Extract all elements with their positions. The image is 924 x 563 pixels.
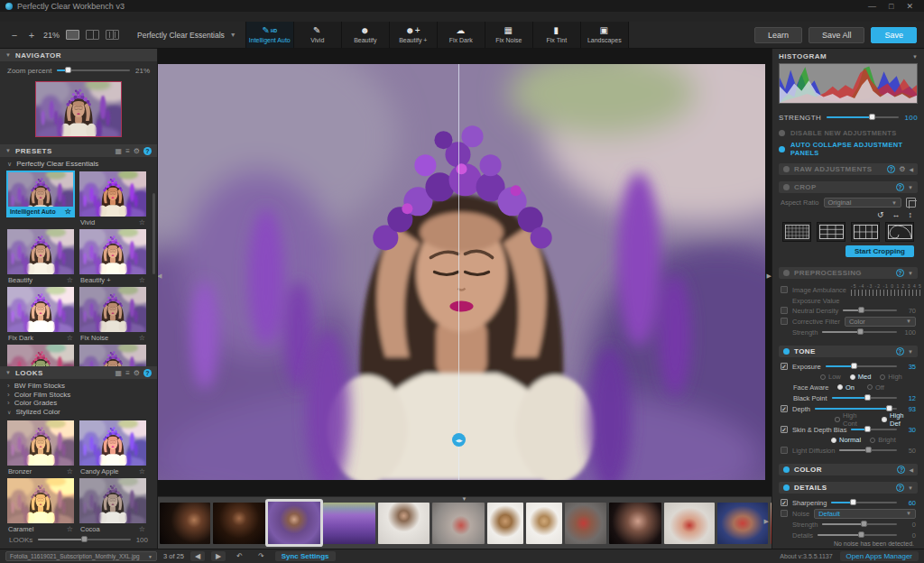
collapse-triangle-icon[interactable]: ▼: [912, 54, 918, 60]
filmstrip-thumbnail[interactable]: [609, 503, 661, 544]
filmstrip-thumbnail[interactable]: [565, 503, 606, 544]
list-view-icon[interactable]: ≡: [125, 369, 130, 377]
filmstrip-thumbnail[interactable]: [664, 503, 715, 544]
collapse-left-panel-icon[interactable]: ◀: [158, 272, 162, 280]
skin-mode-radio[interactable]: Bright: [870, 436, 896, 444]
grid-view-icon[interactable]: ▦: [116, 369, 123, 377]
help-icon[interactable]: ?: [887, 165, 895, 173]
favorite-star-icon[interactable]: ☆: [67, 276, 73, 284]
crop-header[interactable]: CROP ? ▼: [779, 181, 918, 193]
noise-dropdown[interactable]: Default ▼: [814, 509, 916, 519]
filmstrip-thumbnail[interactable]: [268, 502, 320, 544]
exposure-slider[interactable]: [826, 361, 897, 372]
redo-icon[interactable]: ↷: [254, 551, 269, 561]
gear-icon[interactable]: ⚙: [134, 147, 140, 155]
open-apps-manager-button[interactable]: Open Apps Manager: [840, 551, 919, 561]
single-view-icon[interactable]: [66, 30, 79, 40]
save-all-button[interactable]: Save All: [808, 27, 865, 43]
grid-view-icon[interactable]: ▦: [116, 147, 123, 155]
corrective-filter-dropdown[interactable]: Color ▼: [845, 317, 916, 327]
skin-mode-radio[interactable]: Normal: [831, 436, 861, 444]
navigator-header[interactable]: ▼ NAVIGATOR: [0, 49, 157, 61]
collapse-icon[interactable]: ▼: [908, 185, 913, 190]
exposure-level-radio[interactable]: Med: [850, 373, 872, 381]
grid-overlay-fine-button[interactable]: [782, 222, 811, 242]
light-diffusion-slider[interactable]: [839, 445, 897, 456]
preprocessing-header[interactable]: PREPROCESSING ? ▼: [779, 267, 918, 279]
favorite-star-icon[interactable]: ☆: [139, 218, 145, 226]
gear-icon[interactable]: ⚙: [134, 369, 140, 377]
face-aware-radio[interactable]: On: [837, 383, 855, 392]
noise-details-slider[interactable]: [818, 530, 897, 540]
corrective-filter-checkbox[interactable]: [781, 318, 788, 325]
filmstrip-collapse-icon[interactable]: ▼: [462, 496, 467, 502]
help-icon[interactable]: ?: [896, 347, 904, 355]
image-ambulance-checkbox[interactable]: [781, 286, 788, 293]
start-cropping-button[interactable]: Start Cropping: [845, 245, 914, 257]
look-thumbnail[interactable]: Bronzer Bronzer ☆: [7, 420, 74, 475]
presets-header[interactable]: ▼ PRESETS ▦ ≡ ⚙ ?: [0, 144, 157, 157]
minimize-button[interactable]: —: [868, 2, 876, 11]
before-after-divider[interactable]: [458, 64, 459, 480]
presets-group-row[interactable]: ∨ Perfectly Clear Essentials: [0, 157, 157, 170]
face-aware-radio[interactable]: Off: [867, 383, 884, 392]
list-view-icon[interactable]: ≡: [125, 147, 130, 155]
rotate-icon[interactable]: ↺: [877, 210, 884, 219]
help-icon[interactable]: ?: [143, 369, 152, 377]
strength-slider[interactable]: [827, 112, 899, 123]
zoom-out-button[interactable]: −: [9, 30, 20, 41]
sync-settings-button[interactable]: Sync Settings: [275, 551, 336, 561]
maximize-button[interactable]: □: [889, 2, 893, 11]
favorite-star-icon[interactable]: ☆: [67, 525, 73, 533]
toggle-row[interactable]: DISABLE NEW ADJUSTMENTS: [779, 129, 918, 137]
help-icon[interactable]: ?: [896, 484, 904, 492]
help-icon[interactable]: ?: [897, 466, 905, 474]
black-point-slider[interactable]: [832, 392, 897, 403]
learn-button[interactable]: Learn: [754, 27, 802, 43]
main-photo[interactable]: [158, 64, 765, 480]
toolbar-preset-button[interactable]: ☁ Fix Dark: [438, 22, 485, 48]
preset-thumbnail[interactable]: Fix Noise☆ Fix Noise ☆: [79, 287, 146, 342]
preset-thumbnail[interactable]: ☆ ☆: [79, 345, 146, 366]
previous-image-button[interactable]: ◀: [190, 551, 205, 561]
skin-depth-bias-slider[interactable]: [851, 424, 897, 435]
collapse-icon[interactable]: ▼: [908, 485, 913, 491]
preset-thumbnail[interactable]: Beautify +☆ Beautify + ☆: [79, 229, 146, 284]
aspect-ratio-dropdown[interactable]: Original ▼: [824, 198, 901, 208]
presets-scrollbar[interactable]: [152, 193, 155, 274]
neutral-density-slider[interactable]: [843, 305, 897, 316]
preset-thumbnail[interactable]: Fix Dark☆ Fix Dark ☆: [7, 287, 74, 342]
toolbar-preset-button[interactable]: ✎HD Intelligent Auto: [246, 22, 294, 48]
noise-checkbox[interactable]: [781, 510, 788, 517]
collapse-icon[interactable]: ▼: [908, 271, 913, 276]
grid-overlay-sixths-button[interactable]: [851, 222, 880, 242]
favorite-star-icon[interactable]: ☆: [139, 334, 145, 342]
flip-horizontal-icon[interactable]: ↔: [892, 210, 901, 219]
favorite-star-icon[interactable]: ☆: [67, 467, 73, 475]
sharpening-checkbox[interactable]: ✓: [781, 499, 788, 506]
look-thumbnail[interactable]: Caramel Caramel ☆: [7, 478, 74, 533]
toolbar-preset-button[interactable]: ▣ Landscapes: [581, 22, 629, 48]
favorite-star-icon[interactable]: ☆: [139, 467, 145, 475]
looks-tree-item[interactable]: Color Film Stocks: [7, 391, 150, 400]
flip-vertical-icon[interactable]: ↕: [909, 210, 913, 219]
filmstrip-thumbnail[interactable]: [717, 503, 768, 544]
toolbar-preset-button[interactable]: ☻ Beautify: [342, 22, 390, 48]
depth-checkbox[interactable]: ✓: [781, 405, 788, 412]
looks-tree-item[interactable]: BW Film Stocks: [7, 382, 150, 391]
looks-strength-slider[interactable]: [38, 534, 130, 545]
preset-group-dropdown[interactable]: Perfectly Clear Essentials ▼: [128, 22, 245, 48]
filmstrip-thumbnail[interactable]: [323, 503, 375, 544]
looks-tree-item[interactable]: Color Grades: [7, 399, 150, 408]
tone-header[interactable]: TONE ? ▼: [779, 346, 918, 357]
collapse-right-panel-icon[interactable]: ▶: [767, 272, 772, 280]
split-view-icon[interactable]: [86, 30, 99, 40]
preset-thumbnail[interactable]: ☆ ☆: [7, 345, 74, 366]
skin-depth-bias-checkbox[interactable]: ✓: [781, 426, 788, 433]
next-image-button[interactable]: ▶: [211, 551, 226, 561]
light-diffusion-checkbox[interactable]: [781, 447, 788, 454]
filmstrip-thumbnail[interactable]: [487, 503, 523, 544]
about-version[interactable]: About v:3.5.5.1137: [780, 553, 832, 559]
exposure-level-radio[interactable]: High: [880, 373, 901, 381]
toolbar-preset-button[interactable]: ☻+ Beautify +: [390, 22, 438, 48]
